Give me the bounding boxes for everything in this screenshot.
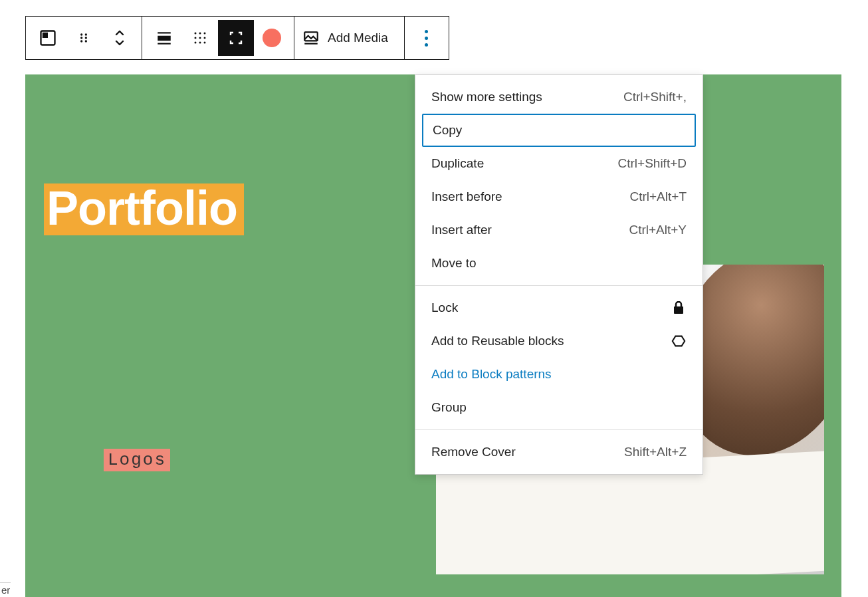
add-media-button[interactable]: Add Media [298, 20, 400, 56]
media-icon [302, 29, 320, 47]
svg-rect-22 [674, 306, 683, 314]
svg-point-17 [195, 42, 197, 44]
svg-point-3 [85, 33, 87, 35]
svg-point-2 [80, 33, 82, 35]
toolbar-group-media: Add Media [294, 17, 405, 59]
menu-section-1: Show more settings Ctrl+Shift+, Copy Dup… [415, 75, 703, 286]
menu-shortcut: Ctrl+Shift+D [618, 156, 687, 171]
move-up-down-icon[interactable] [102, 20, 138, 56]
page-title[interactable]: Portfolio [44, 183, 244, 235]
svg-point-13 [204, 33, 206, 35]
menu-label: Insert after [431, 223, 492, 237]
full-height-icon[interactable] [218, 20, 254, 56]
menu-label: Insert before [431, 189, 502, 204]
menu-duplicate[interactable]: Duplicate Ctrl+Shift+D [415, 147, 703, 180]
menu-label: Group [431, 400, 467, 415]
menu-label: Copy [433, 123, 462, 138]
kebab-icon [425, 30, 428, 47]
menu-label: Move to [431, 256, 477, 271]
svg-point-15 [199, 37, 201, 39]
menu-add-block-patterns[interactable]: Add to Block patterns [415, 358, 703, 391]
svg-rect-1 [43, 33, 47, 37]
menu-shortcut: Ctrl+Shift+, [623, 90, 687, 104]
svg-rect-9 [158, 32, 171, 33]
svg-point-16 [204, 37, 206, 39]
svg-rect-10 [158, 43, 171, 45]
svg-point-6 [80, 40, 82, 42]
menu-shortcut: Ctrl+Alt+Y [629, 223, 687, 237]
toolbar-group-block [26, 17, 142, 59]
menu-label: Add to Block patterns [431, 367, 552, 382]
svg-rect-8 [158, 36, 171, 41]
drag-handle-icon[interactable] [66, 20, 102, 56]
more-options-button[interactable] [409, 20, 445, 56]
svg-point-11 [195, 33, 197, 35]
color-swatch-icon [263, 29, 281, 47]
block-toolbar: Add Media [25, 16, 449, 60]
menu-label: Lock [431, 300, 458, 315]
menu-show-more-settings[interactable]: Show more settings Ctrl+Shift+, [415, 80, 703, 114]
menu-shortcut: Shift+Alt+Z [624, 445, 687, 459]
footer-snippet: er [0, 582, 11, 597]
overlay-color-swatch[interactable] [254, 20, 290, 56]
menu-label: Add to Reusable blocks [431, 334, 564, 348]
menu-insert-after[interactable]: Insert after Ctrl+Alt+Y [415, 213, 703, 247]
toolbar-group-align [142, 17, 294, 59]
menu-label: Show more settings [431, 90, 542, 104]
logos-label[interactable]: Logos [104, 449, 170, 471]
svg-point-14 [195, 37, 197, 39]
menu-copy[interactable]: Copy [422, 114, 696, 147]
lock-icon [671, 301, 687, 314]
block-options-menu: Show more settings Ctrl+Shift+, Copy Dup… [415, 74, 703, 475]
reusable-icon [671, 334, 687, 348]
svg-point-19 [204, 42, 206, 44]
add-media-label: Add Media [328, 31, 388, 45]
toolbar-group-more [405, 17, 449, 59]
menu-group[interactable]: Group [415, 391, 703, 424]
content-position-icon[interactable] [182, 20, 218, 56]
menu-label: Remove Cover [431, 445, 516, 459]
menu-move-to[interactable]: Move to [415, 247, 703, 280]
svg-point-18 [199, 42, 201, 44]
menu-insert-before[interactable]: Insert before Ctrl+Alt+T [415, 180, 703, 213]
svg-marker-23 [673, 336, 685, 346]
svg-point-5 [85, 37, 87, 39]
svg-point-4 [80, 37, 82, 39]
align-icon[interactable] [146, 20, 182, 56]
menu-section-3: Remove Cover Shift+Alt+Z [415, 430, 703, 474]
svg-point-12 [199, 33, 201, 35]
menu-section-2: Lock Add to Reusable blocks Add to Block… [415, 286, 703, 430]
menu-shortcut: Ctrl+Alt+T [629, 189, 687, 204]
cover-block-icon[interactable] [30, 20, 66, 56]
menu-label: Duplicate [431, 156, 484, 171]
menu-lock[interactable]: Lock [415, 291, 703, 324]
menu-add-reusable[interactable]: Add to Reusable blocks [415, 324, 703, 358]
menu-remove-cover[interactable]: Remove Cover Shift+Alt+Z [415, 435, 703, 469]
svg-point-7 [85, 40, 87, 42]
